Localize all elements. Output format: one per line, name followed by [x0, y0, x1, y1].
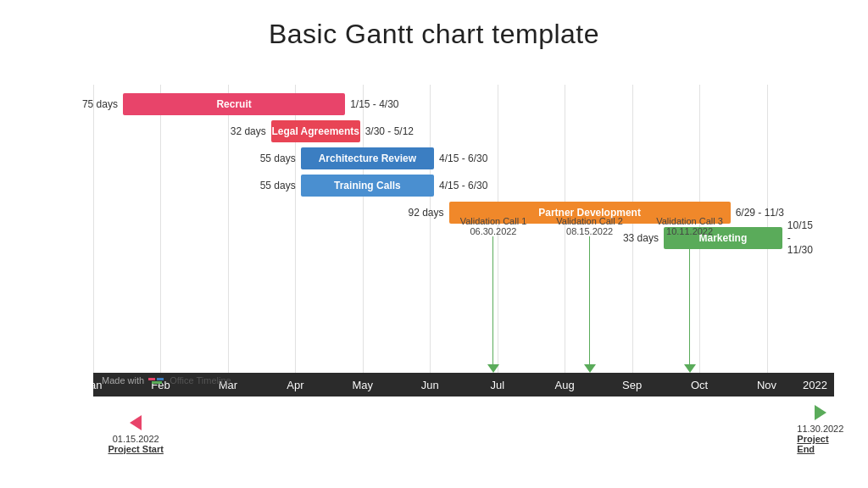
bar-days-legal: 32 days [231, 125, 266, 137]
month-label-nov: Nov [757, 379, 776, 391]
milestone-arrow-vc1 [487, 364, 499, 373]
vline-feb [160, 85, 161, 396]
bar-arch: Architecture Review55 days4/15 - 6/30 [301, 147, 434, 169]
bar-legal: Legal Agreements32 days3/30 - 5/12 [271, 120, 360, 142]
bar-days-arch: 55 days [260, 152, 296, 164]
milestone-vc3: Validation Call 310.11.2022 [656, 216, 723, 373]
office-timeline-icon [148, 374, 165, 386]
milestone-line-vc2 [589, 236, 590, 364]
milestone-line-vc3 [689, 236, 690, 364]
bar-inner-label-recruit: Recruit [216, 98, 251, 110]
vline-jun [430, 85, 431, 396]
bar-dates-arch: 4/15 - 6/30 [439, 152, 487, 164]
bar-inner-label-legal: Legal Agreements [271, 125, 359, 137]
bar-row-recruit: Recruit75 days1/15 - 4/30 [93, 93, 834, 115]
bar-dates-marketing: 10/15 - 11/30 [787, 219, 813, 256]
milestone-date-vc1: 06.30.2022 [470, 226, 516, 236]
project-start-label: Project Start [108, 444, 163, 454]
project-end-marker: 11.30.2022 Project End [797, 405, 843, 454]
bar-days-partner: 92 days [408, 207, 443, 219]
project-end-arrow [815, 405, 826, 420]
milestone-date-vc2: 08.15.2022 [566, 226, 613, 236]
bar-dates-training: 4/15 - 6/30 [439, 180, 487, 191]
milestone-label-vc2: Validation Call 2 [556, 216, 623, 226]
milestone-date-vc3: 10.11.2022 [666, 226, 713, 236]
project-start-arrow [130, 415, 142, 430]
milestone-vc2: Validation Call 208.15.2022 [556, 216, 623, 373]
bar-days-recruit: 75 days [82, 98, 118, 110]
milestone-label-vc1: Validation Call 1 [460, 216, 527, 226]
bar-dates-legal: 3/30 - 5/12 [365, 125, 414, 137]
vline-mar [228, 85, 229, 396]
bar-row-training: Training Calls55 days4/15 - 6/30 [93, 175, 834, 197]
month-label-jan: Jan [85, 379, 103, 391]
page-title: Basic Gantt chart template [0, 0, 868, 58]
milestone-arrow-vc2 [584, 364, 596, 373]
bars-container: Recruit75 days1/15 - 4/30Legal Agreement… [93, 85, 834, 396]
month-label-oct: Oct [691, 379, 708, 391]
month-label-jul: Jul [490, 379, 504, 391]
bar-dates-recruit: 1/15 - 4/30 [350, 98, 398, 110]
milestone-label-vc3: Validation Call 3 [656, 216, 723, 226]
month-label-jun: Jun [421, 379, 439, 391]
month-label-may: May [353, 379, 374, 391]
bar-inner-label-arch: Architecture Review [319, 152, 416, 164]
bar-row-arch: Architecture Review55 days4/15 - 6/30 [93, 147, 834, 169]
bar-training: Training Calls55 days4/15 - 6/30 [301, 175, 434, 197]
milestone-line-vc1 [492, 236, 493, 364]
month-label-apr: Apr [287, 379, 303, 391]
bar-days-training: 55 days [260, 180, 296, 191]
bar-inner-label-training: Training Calls [334, 180, 401, 191]
chart-area: Recruit75 days1/15 - 4/30Legal Agreement… [42, 85, 843, 454]
vline-may [363, 85, 364, 396]
project-end-date: 11.30.2022 [797, 424, 843, 434]
page: Basic Gantt chart template Recruit75 day… [0, 0, 868, 488]
project-start-marker: 01.15.2022 Project Start [108, 415, 163, 454]
milestone-arrow-vc3 [684, 364, 696, 373]
svg-rect-0 [148, 378, 155, 380]
project-end-label: Project End [797, 434, 843, 454]
vline-jan [93, 85, 94, 396]
bar-days-marketing: 33 days [623, 232, 659, 244]
svg-rect-1 [157, 378, 164, 380]
bar-recruit: Recruit75 days1/15 - 4/30 [123, 93, 345, 115]
watermark: Made with Office Timeline [102, 374, 231, 386]
bar-dates-partner: 6/29 - 11/3 [736, 207, 784, 219]
bar-row-legal: Legal Agreements32 days3/30 - 5/12 [93, 120, 834, 142]
month-label-aug: Aug [555, 379, 575, 391]
milestone-vc1: Validation Call 106.30.2022 [460, 216, 527, 373]
month-label-sep: Sep [622, 379, 642, 391]
project-start-date: 01.15.2022 [113, 434, 159, 444]
svg-rect-2 [152, 381, 162, 384]
year-label: 2022 [803, 379, 827, 391]
